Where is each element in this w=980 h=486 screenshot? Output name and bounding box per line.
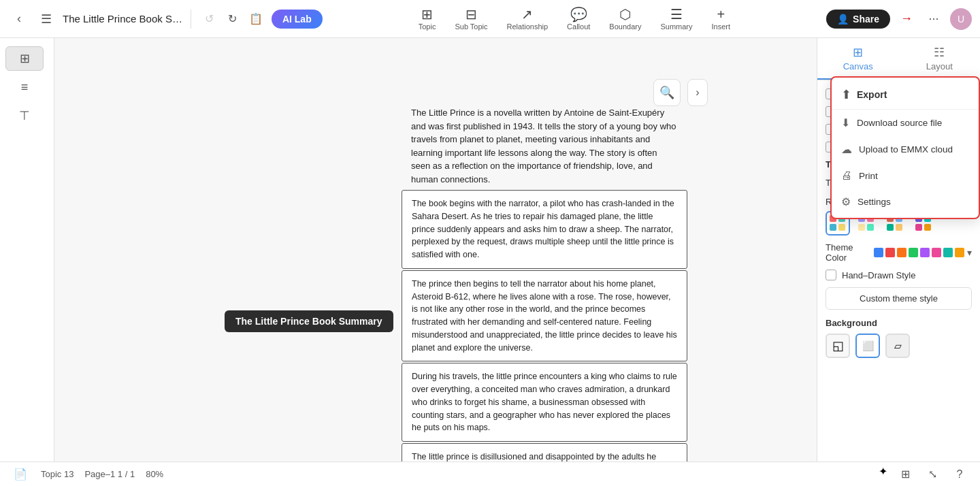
toolbar-left: ‹ ☰ The Little Prince Book S… ↺ ↻ 📋 AI L…	[8, 8, 323, 30]
topic-block-3[interactable]: During his travels, the little prince en…	[402, 363, 687, 442]
document-title: The Little Prince Book S…	[63, 13, 182, 25]
export-dropdown-header: ⬆ Export	[832, 80, 979, 110]
custom-theme-button[interactable]: Custom theme style	[826, 287, 972, 310]
bg-opt-2[interactable]: ⬜	[855, 334, 880, 358]
color-swatch-orange[interactable]	[897, 248, 906, 257]
toolbar-right: 👤 Share → ··· U	[826, 8, 972, 30]
subtopic-label: Sub Topic	[455, 22, 487, 31]
bg-opt-3[interactable]: ▱	[885, 334, 910, 358]
topic-label: Topic	[419, 22, 436, 31]
theme-color-dropdown-arrow[interactable]: ▾	[967, 247, 972, 258]
mind-map-view-button[interactable]: ⊞	[5, 46, 44, 71]
export-arrow-button[interactable]: →	[896, 8, 917, 30]
ai-lab-button[interactable]: AI Lab	[272, 10, 323, 29]
more-button[interactable]: ···	[923, 8, 945, 30]
download-icon: ⬇	[841, 116, 850, 129]
tab-layout[interactable]: ☷ Layout	[899, 38, 981, 80]
color-swatch-yellow[interactable]	[955, 248, 964, 257]
relationship-tool[interactable]: ↗ Relationship	[499, 5, 557, 33]
collapse-panel-button[interactable]: ›	[687, 79, 708, 106]
topic-block-1[interactable]: The book begins with the narrator, a pil…	[402, 190, 687, 269]
dot	[924, 224, 931, 231]
dot	[887, 224, 894, 231]
right-panel: ⊞ Canvas ☷ Layout Branch Free Positionin…	[817, 38, 980, 461]
redo-button[interactable]: ↻	[223, 9, 243, 29]
print-item[interactable]: 🖨 Print	[832, 163, 979, 189]
help-button[interactable]: ?	[950, 465, 969, 484]
upload-label: Upload to EMMX cloud	[859, 144, 953, 155]
callout-label: Callout	[567, 22, 590, 31]
theme-color-label: Theme Color	[826, 242, 874, 263]
status-bar-right: ✦ ⊞ ⤡ ?	[879, 465, 969, 484]
tab-canvas[interactable]: ⊞ Canvas	[817, 38, 899, 80]
subtopic-tool[interactable]: ⊟ Sub Topic	[446, 5, 495, 33]
menu-button[interactable]: ☰	[35, 8, 57, 30]
layout-tab-icon: ☷	[903, 45, 977, 60]
summary-icon: ☰	[670, 7, 683, 21]
history-controls: ↺ ↻ 📋	[199, 9, 266, 29]
color-swatch-purple[interactable]	[920, 248, 930, 257]
back-button[interactable]: ‹	[8, 8, 30, 30]
callout-icon: 💬	[570, 7, 587, 21]
relationship-label: Relationship	[507, 22, 549, 31]
fit-button[interactable]: ⊞	[896, 465, 915, 484]
print-label: Print	[859, 171, 878, 181]
canvas-search-button[interactable]: 🔍	[653, 79, 681, 106]
color-swatch-green[interactable]	[909, 248, 918, 257]
undo-button[interactable]: ↺	[199, 9, 220, 29]
dot	[896, 224, 902, 231]
topic-tool[interactable]: ⊞ Topic	[410, 5, 444, 33]
toolbar: ‹ ☰ The Little Prince Book S… ↺ ↻ 📋 AI L…	[0, 0, 980, 38]
boundary-tool[interactable]: ⬡ Boundary	[601, 5, 649, 33]
theme-color-area: ▾	[874, 247, 972, 258]
fullscreen-button[interactable]: ⤡	[923, 465, 942, 484]
user-avatar[interactable]: U	[950, 8, 972, 30]
note-button[interactable]: 📋	[246, 9, 266, 29]
dot	[867, 224, 874, 231]
app-logo: ✦	[879, 465, 887, 484]
topic-block-2[interactable]: The prince then begins to tell the narra…	[402, 270, 687, 362]
hand-drawn-checkbox[interactable]	[826, 270, 836, 280]
export-dropdown: ⬆ Export ⬇ Download source file ☁ Upload…	[830, 76, 980, 219]
mind-map-root-node[interactable]: The Little Prince Book Summary	[225, 310, 393, 332]
insert-tool[interactable]: + Insert	[704, 5, 739, 33]
hand-drawn-label: Hand–Drawn Style	[842, 270, 915, 280]
pages-button[interactable]: 📄	[11, 465, 30, 484]
print-icon: 🖨	[841, 169, 852, 182]
dot	[830, 224, 836, 231]
outline-view-button[interactable]: ⊤	[5, 103, 44, 128]
share-label: Share	[853, 14, 879, 25]
color-swatch-red[interactable]	[885, 248, 895, 257]
color-swatch-teal[interactable]	[943, 248, 953, 257]
share-icon: 👤	[837, 14, 849, 25]
topic-blocks: The Little Prince is a novella written b…	[402, 99, 687, 461]
topic-block-4[interactable]: The little prince is disillusioned and d…	[402, 443, 687, 461]
list-view-button[interactable]: ≡	[5, 75, 44, 99]
share-button[interactable]: 👤 Share	[826, 10, 890, 29]
left-sidebar: ⊞ ≡ ⊤	[0, 38, 54, 461]
insert-label: Insert	[712, 22, 731, 31]
settings-item[interactable]: ⚙ Settings	[832, 189, 979, 215]
canvas-area[interactable]: The Little Prince Book Summary The Littl…	[54, 38, 817, 461]
download-source-item[interactable]: ⬇ Download source file	[832, 110, 979, 136]
boundary-label: Boundary	[609, 22, 641, 31]
callout-tool[interactable]: 💬 Callout	[559, 5, 598, 33]
hand-drawn-row: Hand–Drawn Style	[826, 270, 972, 280]
bg-opt-1[interactable]: ◱	[826, 334, 850, 358]
summary-tool[interactable]: ☰ Summary	[652, 5, 700, 33]
color-swatch-blue[interactable]	[874, 248, 883, 257]
dot	[915, 224, 922, 231]
summary-label: Summary	[660, 22, 692, 31]
main-content: ⊞ ≡ ⊤ The Little Prince Book Summary The…	[0, 38, 980, 461]
upload-cloud-item[interactable]: ☁ Upload to EMMX cloud	[832, 136, 979, 163]
page-info: Page–1 1 / 1	[84, 469, 135, 479]
boundary-icon: ⬡	[619, 7, 631, 21]
relationship-icon: ↗	[521, 7, 533, 21]
background-options: ◱ ⬜ ▱	[826, 334, 972, 358]
dot	[858, 224, 865, 231]
settings-icon: ⚙	[841, 195, 851, 208]
topic-block-intro: The Little Prince is a novella written b…	[402, 99, 687, 189]
color-swatch-pink[interactable]	[932, 248, 941, 257]
background-title: Background	[826, 318, 972, 328]
zoom-level: 80%	[146, 469, 163, 479]
